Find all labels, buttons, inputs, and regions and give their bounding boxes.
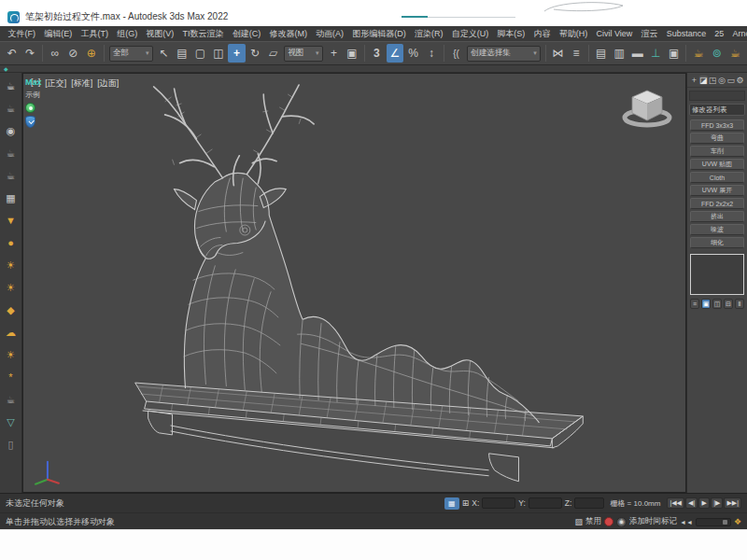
lamp-icon[interactable]: ◆ [2, 299, 21, 321]
modifier-button-noise[interactable]: 噪波 [690, 224, 744, 235]
tab-utilities-icon[interactable]: ⚙ [736, 76, 744, 85]
teapot-group-icon[interactable]: ☕ [2, 164, 21, 187]
panel-slider-icon[interactable]: ▯ [2, 433, 21, 455]
x-coordinate-field[interactable] [482, 497, 515, 509]
z-coordinate-field[interactable] [574, 497, 604, 509]
menu-content[interactable]: 内容 [529, 28, 555, 40]
modifier-button-uvwmap[interactable]: UVW 贴图 [690, 159, 744, 170]
isolate-selection-toggle[interactable]: ▦ [444, 497, 459, 510]
selection-filter-dropdown[interactable]: 全部 ▾ [109, 46, 153, 62]
modifier-button-cloth[interactable]: Cloth [690, 172, 744, 183]
render-production-icon[interactable]: ☕ [726, 44, 744, 63]
ribbon-toggle-icon[interactable]: ▬ [628, 44, 646, 63]
menu-25[interactable]: 25 [711, 29, 728, 38]
select-and-scale-icon[interactable]: ▱ [264, 44, 282, 63]
link-icon[interactable]: ∞ [47, 44, 64, 63]
percent-snap-icon[interactable]: % [404, 44, 422, 63]
bind-spacewarp-icon[interactable]: ⊕ [83, 44, 101, 63]
funnel-light-icon[interactable]: ▼ [2, 209, 21, 231]
select-and-move-icon[interactable]: + [228, 44, 246, 63]
menu-civil-view[interactable]: Civil View [592, 29, 637, 38]
select-and-rotate-icon[interactable]: ↻ [247, 44, 264, 63]
set-key-record-button[interactable] [604, 517, 613, 526]
angle-snap-icon[interactable]: ∠ [387, 44, 404, 63]
spinner-snap-icon[interactable]: ↕ [423, 44, 441, 63]
rendered-frame-window-icon[interactable]: ⊚ [709, 44, 726, 63]
tab-hierarchy-icon[interactable]: ◳ [709, 76, 717, 85]
play-button[interactable]: ▶ [698, 497, 710, 509]
key-mode-toggle-icon[interactable]: ◄◄ [680, 519, 693, 525]
rect-selection-region-icon[interactable]: ▢ [191, 44, 209, 63]
schematic-view-icon[interactable]: ▣ [665, 44, 683, 63]
gear-light-icon[interactable]: ☀ [2, 276, 21, 299]
snaps-toggle-icon[interactable]: 3 [368, 44, 386, 63]
modifier-button-lathe[interactable]: 车削 [690, 146, 744, 157]
cloud-icon[interactable]: ☁ [2, 321, 21, 343]
configure-modifier-sets-icon[interactable]: Ⅱ [735, 299, 744, 309]
modifier-stack-list[interactable] [690, 254, 744, 295]
menu-modifiers[interactable]: 修改器(M) [265, 28, 312, 40]
curve-editor-icon[interactable]: ⊥ [647, 44, 665, 63]
undo-icon[interactable]: ↶ [4, 44, 21, 63]
select-and-manipulate-icon[interactable]: ▣ [344, 44, 361, 63]
modifier-list-dropdown[interactable]: 修改器列表 [689, 104, 745, 116]
menu-create[interactable]: 创建(C) [228, 28, 265, 40]
modifier-button-tessellate[interactable]: 细化 [690, 237, 744, 248]
tab-create-icon[interactable]: + [690, 76, 698, 85]
use-pivot-center-icon[interactable]: + [325, 44, 343, 63]
disable-label[interactable]: 禁用 [585, 516, 601, 527]
menu-edit[interactable]: 编辑(E) [40, 28, 77, 40]
green-app-icon[interactable] [25, 103, 35, 113]
viewcube[interactable] [622, 83, 672, 128]
camera-icon[interactable]: ◉ [2, 119, 21, 142]
pin-stack-icon[interactable]: ≡ [690, 299, 699, 309]
viewport-menu-pov[interactable]: [正交] [45, 77, 66, 90]
menu-tools[interactable]: 工具(T) [77, 28, 113, 40]
viewport-menu-shading[interactable]: [标准] [71, 77, 92, 90]
teapot-white-icon[interactable]: ☕ [2, 75, 21, 97]
object-name-field[interactable] [689, 91, 745, 101]
slate-icon[interactable]: ▨ [575, 517, 584, 526]
menu-views[interactable]: 视图(V) [142, 28, 178, 40]
modifier-button-ffd2[interactable]: FFD 2x2x2 [690, 198, 744, 209]
frame-number-slider[interactable] [696, 518, 731, 526]
film-clapper-icon[interactable]: ▦ [2, 187, 21, 209]
unlink-icon[interactable]: ⊘ [64, 44, 82, 63]
reference-coordinate-dropdown[interactable]: 视图 ▾ [284, 46, 322, 62]
star-burst-icon[interactable]: * [2, 366, 21, 388]
viewport-menu-edged-faces[interactable]: [边面] [97, 77, 119, 90]
triangle-down-icon[interactable]: ▽ [2, 411, 21, 433]
modifier-button-extrude[interactable]: 挤出 [690, 211, 744, 222]
remove-modifier-icon[interactable]: ⊟ [724, 299, 733, 309]
window-crossing-icon[interactable]: ◫ [210, 44, 228, 63]
tab-modify-icon[interactable]: ◪ [699, 76, 708, 85]
menu-graph-editors[interactable]: 图形编辑器(D) [348, 28, 411, 40]
select-by-name-icon[interactable]: ▤ [174, 44, 191, 63]
mirror-icon[interactable]: ⋈ [549, 44, 567, 63]
teapot-arrow-icon[interactable]: ☕ [2, 97, 21, 119]
menu-help[interactable]: 帮助(H) [555, 28, 592, 40]
layer-explorer-icon[interactable]: ▥ [611, 44, 628, 63]
scene-explorer-icon[interactable]: ▤ [592, 44, 610, 63]
menu-group[interactable]: 组(G) [113, 28, 142, 40]
teapot-dark-icon[interactable]: ☕ [2, 388, 21, 411]
menu-file[interactable]: 文件(F) [4, 28, 40, 40]
edit-named-selections-icon[interactable]: {( [447, 44, 465, 63]
menu-scripting[interactable]: 脚本(S) [493, 28, 529, 40]
menu-substance[interactable]: Substance [662, 29, 711, 38]
menu-arnold[interactable]: Arnold [728, 29, 747, 38]
select-object-icon[interactable]: ↖ [155, 44, 173, 63]
menu-xuanyun[interactable]: 渲云 [637, 28, 662, 40]
tab-display-icon[interactable]: ▭ [726, 76, 735, 85]
auto-key-toggle[interactable]: ◉ [616, 517, 627, 527]
add-time-tag[interactable]: 添加时间标记 [629, 516, 677, 527]
tab-motion-icon[interactable]: ◎ [717, 76, 726, 85]
y-coordinate-field[interactable] [529, 497, 562, 509]
viewport-layout-tab-icon[interactable]: ◆ [4, 65, 8, 72]
dome-light-icon[interactable]: ● [2, 231, 21, 254]
menu-rendering[interactable]: 渲染(R) [410, 28, 447, 40]
go-to-end-button[interactable]: ▶▶| [724, 497, 741, 509]
render-setup-icon[interactable]: ☕ [690, 44, 708, 63]
go-to-start-button[interactable]: |◀◀ [667, 497, 684, 509]
xyz-lock-icon[interactable]: ⊞ [462, 498, 470, 508]
